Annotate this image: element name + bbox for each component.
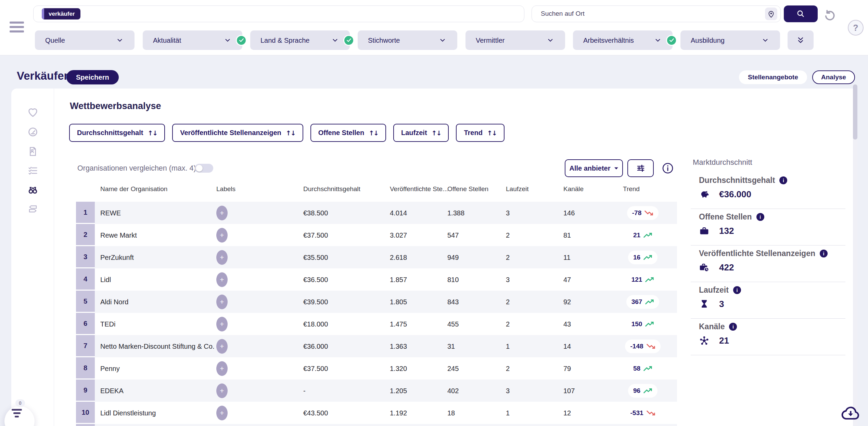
add-label-button[interactable]: + xyxy=(216,383,228,398)
filter-dropdown-arbeitsverh-ltnis[interactable]: Arbeitsverhältnis xyxy=(573,30,673,50)
sort-button-label: Offene Stellen xyxy=(318,129,364,137)
filter-dropdown-ausbildung[interactable]: Ausbildung xyxy=(680,30,780,50)
row-laufzeit: 1 xyxy=(506,409,510,417)
provider-dropdown[interactable]: Alle anbieter xyxy=(565,159,623,177)
sort-button-ver-ffentlichte-stellenanzeigen[interactable]: Veröffentlichte Stellenanzeigen ↑↓ xyxy=(172,124,303,142)
info-icon[interactable]: i xyxy=(756,213,764,221)
analysis-heading: Wettbewerbsanalyse xyxy=(70,101,161,111)
row-laufzeit: 2 xyxy=(506,253,510,261)
row-kanaele: 81 xyxy=(563,231,571,239)
table-row[interactable]: 6 TEDi + €18.000 1.475 455 2 43 150 xyxy=(76,313,677,335)
sidebar-item-cv-document-icon[interactable] xyxy=(27,146,38,157)
keyword-search-input[interactable]: verkäufer xyxy=(33,5,524,22)
sort-button-laufzeit[interactable]: Laufzeit ↑↓ xyxy=(393,124,449,142)
save-button[interactable]: Speichern xyxy=(66,70,119,84)
page-title: Verkäufer xyxy=(17,69,68,82)
table-row[interactable]: 9 EDEKA + - 1.205 402 3 107 96 xyxy=(76,380,677,402)
keyword-search-text[interactable] xyxy=(80,5,524,22)
chevron-down-icon xyxy=(440,39,445,42)
row-organisation-name: TEDi xyxy=(100,320,115,328)
market-stat-label: Kanäle xyxy=(699,322,725,331)
reset-search-button[interactable] xyxy=(824,9,836,22)
add-label-button[interactable]: + xyxy=(216,205,228,220)
hamburger-menu-icon[interactable] xyxy=(10,22,24,32)
add-label-button[interactable]: + xyxy=(216,294,228,309)
row-laufzeit: 2 xyxy=(506,298,510,306)
location-pin-button[interactable] xyxy=(765,8,777,20)
sidebar-divider xyxy=(54,89,54,426)
info-icon[interactable] xyxy=(662,162,674,174)
table-settings-button[interactable] xyxy=(627,159,654,177)
location-pin-icon xyxy=(767,10,775,18)
table-row[interactable]: 4 Lidl + €36.500 1.857 810 3 47 121 xyxy=(76,268,677,291)
export-download-button[interactable] xyxy=(841,405,860,421)
market-stat-laufzeit: Laufzeit i 3 xyxy=(691,282,845,319)
row-rank: 6 xyxy=(76,313,95,335)
filter-dropdown-label: Ausbildung xyxy=(691,36,725,44)
compare-organisations-label: Organisationen vergleichen (max. 4) xyxy=(77,164,196,173)
table-row[interactable]: 5 Aldi Nord + €39.500 1.805 843 2 92 367 xyxy=(76,291,677,313)
info-icon[interactable]: i xyxy=(820,250,828,257)
trend-value: 96 xyxy=(633,387,640,395)
sidebar-item-binoculars-icon[interactable] xyxy=(27,184,38,195)
market-stat-ver-ffentlichte-stellenanzeigen: Veröffentlichte Stellenanzeigen i 422 xyxy=(691,245,845,282)
filter-dropdown-quelle[interactable]: Quelle xyxy=(35,30,135,50)
search-term-tag[interactable]: verkäufer xyxy=(42,8,80,19)
row-veroeffentlichte-stellenanzeigen: 1.805 xyxy=(390,298,407,306)
trend-down-icon xyxy=(647,344,655,349)
row-durchschnittsgehalt: €43.500 xyxy=(303,409,328,417)
filter-dropdown-label: Quelle xyxy=(45,36,65,44)
trend-value: -78 xyxy=(632,209,641,217)
add-label-button[interactable]: + xyxy=(216,405,228,420)
row-offene-stellen: 810 xyxy=(447,276,459,283)
compare-toggle[interactable] xyxy=(195,164,213,173)
sort-button-offene-stellen[interactable]: Offene Stellen ↑↓ xyxy=(310,124,386,142)
trend-down-icon xyxy=(647,410,655,416)
sidebar-item-gauge-icon[interactable] xyxy=(27,127,38,137)
search-button[interactable] xyxy=(784,5,818,22)
add-label-button[interactable]: + xyxy=(216,317,228,331)
help-button[interactable]: ? xyxy=(848,20,864,36)
table-row[interactable]: 8 Penny + €37.500 1.320 245 2 79 58 xyxy=(76,357,677,380)
add-label-button[interactable]: + xyxy=(216,250,228,265)
add-label-button[interactable]: + xyxy=(216,339,228,354)
filter-dropdown-land-sprache[interactable]: Land & Sprache xyxy=(250,30,350,50)
info-icon[interactable]: i xyxy=(733,286,741,294)
table-row[interactable]: 10 Lidl Dienstleistung + €43.500 1.192 1… xyxy=(76,402,677,424)
table-row[interactable]: 7 Netto Marken-Discount Stiftung & Co. +… xyxy=(76,335,677,357)
sort-button-durchschnittsgehalt[interactable]: Durchschnittsgehalt ↑↓ xyxy=(69,124,165,142)
table-row-partial xyxy=(76,424,677,426)
add-label-button[interactable]: + xyxy=(216,361,228,376)
sidebar-item-signpost-icon[interactable] xyxy=(27,203,38,214)
hourglass-icon xyxy=(699,299,710,309)
row-offene-stellen: 18 xyxy=(447,409,455,417)
more-filters-button[interactable] xyxy=(788,30,814,50)
table-row[interactable]: 2 Rewe Markt + €37.500 3.027 547 2 81 21 xyxy=(76,224,677,246)
sort-button-trend[interactable]: Trend ↑↓ xyxy=(456,124,504,142)
network-icon xyxy=(699,335,710,346)
info-icon[interactable]: i xyxy=(729,323,737,331)
scrollbar-thumb[interactable] xyxy=(853,84,857,139)
table-row[interactable]: 3 PerZukunft + €35.500 2.618 949 2 11 16 xyxy=(76,246,677,268)
filter-dropdown-vermittler[interactable]: Vermittler xyxy=(465,30,565,50)
binoculars-icon xyxy=(27,184,38,195)
tab-analyse[interactable]: Analyse xyxy=(812,70,855,84)
trend-value: 367 xyxy=(631,298,642,306)
column-header: Labels xyxy=(216,185,235,193)
filter-dropdown-stichworte[interactable]: Stichworte xyxy=(358,30,457,50)
table-row[interactable]: 1 REWE + €38.500 4.014 1.388 3 146 -78 xyxy=(76,202,677,224)
row-offene-stellen: 245 xyxy=(447,364,459,372)
row-laufzeit: 3 xyxy=(506,387,510,395)
sidebar-item-heart-icon[interactable] xyxy=(27,107,38,118)
filter-dropdown-aktualit-t[interactable]: Aktualität xyxy=(143,30,242,50)
add-label-button[interactable]: + xyxy=(216,228,228,242)
info-icon[interactable]: i xyxy=(779,176,787,184)
sort-button-label: Durchschnittsgehalt xyxy=(77,129,143,137)
add-label-button[interactable]: + xyxy=(216,272,228,287)
row-organisation-name: Penny xyxy=(100,364,120,372)
trend-value: -148 xyxy=(630,343,643,350)
briefcase-icon xyxy=(699,226,710,236)
sort-button-label: Laufzeit xyxy=(401,129,427,137)
location-search-input[interactable] xyxy=(532,6,765,21)
tab-stellenangebote[interactable]: Stellenangebote xyxy=(739,70,807,84)
